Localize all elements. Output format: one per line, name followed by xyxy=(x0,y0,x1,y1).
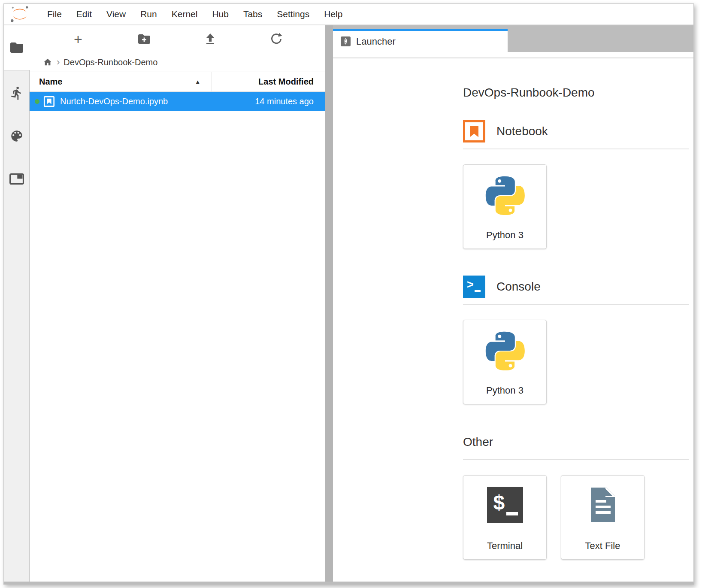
upload-button[interactable] xyxy=(202,30,219,48)
menu-kernel[interactable]: Kernel xyxy=(164,9,205,19)
terminal-icon: $ xyxy=(487,487,523,523)
console-blue-icon: > xyxy=(463,276,485,298)
tabs-icon xyxy=(9,172,24,186)
sidebar-item-tabs[interactable] xyxy=(9,171,25,187)
sort-ascending-icon: ▲ xyxy=(195,79,200,85)
breadcrumb-separator: › xyxy=(57,58,60,67)
kernel-running-dot xyxy=(35,99,39,104)
file-name: Nurtch-DevOps-Demo.ipynb xyxy=(60,97,212,106)
launcher-card-terminal[interactable]: $ Terminal xyxy=(463,475,547,560)
upload-icon xyxy=(204,33,217,45)
home-icon[interactable] xyxy=(42,58,53,67)
breadcrumb: › DevOps-Runbook-Demo xyxy=(30,53,325,72)
new-folder-button[interactable] xyxy=(136,30,153,48)
launcher-body: DevOps-Runbook-Demo Notebook xyxy=(333,58,693,582)
refresh-icon xyxy=(270,33,283,45)
activity-sidebar xyxy=(4,25,30,582)
menu-settings[interactable]: Settings xyxy=(269,9,317,19)
sidebar-item-files[interactable] xyxy=(9,39,25,56)
name-column-label: Name xyxy=(39,77,62,87)
launcher-card-console-python3[interactable]: Python 3 xyxy=(463,320,547,404)
menu-tabs[interactable]: Tabs xyxy=(236,9,269,19)
jupyterlab-window: File Edit View Run Kernel Hub Tabs Setti… xyxy=(3,3,694,585)
running-icon xyxy=(9,86,24,100)
launcher-section-notebook: Notebook Python 3 xyxy=(463,120,689,276)
palette-icon xyxy=(9,129,24,143)
text-file-icon xyxy=(586,487,620,523)
launcher-card-text-file[interactable]: Text File xyxy=(561,475,645,560)
column-header-name[interactable]: Name ▲ xyxy=(30,72,212,91)
section-label-other: Other xyxy=(463,435,493,449)
dock-tab-bar: Launcher xyxy=(333,25,693,52)
card-label: Python 3 xyxy=(486,230,523,241)
notebook-orange-icon xyxy=(463,120,485,142)
card-label: Python 3 xyxy=(486,385,523,396)
sidebar-item-commands[interactable] xyxy=(9,128,25,144)
section-label-notebook: Notebook xyxy=(496,124,548,138)
dock-panel: Launcher DevOps-Runbook-Demo Notebook xyxy=(333,25,693,582)
launcher-section-other: Other $ Terminal xyxy=(463,431,689,582)
menu-view[interactable]: View xyxy=(99,9,133,19)
folder-icon xyxy=(9,40,24,55)
file-list-header: Name ▲ Last Modified xyxy=(30,72,325,92)
sidebar-item-running[interactable] xyxy=(9,85,25,101)
card-label: Terminal xyxy=(487,540,523,552)
launcher-card-notebook-python3[interactable]: Python 3 xyxy=(463,164,547,249)
column-header-last-modified[interactable]: Last Modified xyxy=(212,72,325,91)
menu-hub[interactable]: Hub xyxy=(205,9,236,19)
section-label-console: Console xyxy=(496,280,541,294)
menu-bar: File Edit View Run Kernel Hub Tabs Setti… xyxy=(4,4,693,25)
launcher-rocket-icon xyxy=(341,36,351,46)
folder-plus-icon xyxy=(137,33,151,45)
launcher-title: DevOps-Runbook-Demo xyxy=(463,86,689,100)
last-modified-column-label: Last Modified xyxy=(258,77,314,87)
launcher-section-console: > Console Py xyxy=(463,276,689,431)
card-label: Text File xyxy=(585,540,620,552)
menu-edit[interactable]: Edit xyxy=(69,9,99,19)
menu-help[interactable]: Help xyxy=(317,9,350,19)
menu-file[interactable]: File xyxy=(40,9,69,19)
notebook-file-icon xyxy=(43,96,55,107)
tab-launcher[interactable]: Launcher xyxy=(333,29,508,52)
menu-run[interactable]: Run xyxy=(133,9,164,19)
plus-icon: + xyxy=(74,32,82,46)
refresh-button[interactable] xyxy=(268,30,285,48)
panel-splitter[interactable] xyxy=(325,25,333,582)
file-browser-toolbar: + xyxy=(30,25,325,53)
python-icon xyxy=(485,176,525,215)
new-launcher-button[interactable]: + xyxy=(70,30,87,48)
breadcrumb-current-folder[interactable]: DevOps-Runbook-Demo xyxy=(64,58,157,67)
tab-launcher-label: Launcher xyxy=(356,36,396,47)
file-browser-panel: + xyxy=(30,25,325,582)
file-last-modified: 14 minutes ago xyxy=(212,97,325,106)
file-row-selected[interactable]: Nurtch-DevOps-Demo.ipynb 14 minutes ago xyxy=(30,92,325,111)
jupyter-logo-icon xyxy=(10,5,30,23)
python-icon xyxy=(485,331,525,371)
